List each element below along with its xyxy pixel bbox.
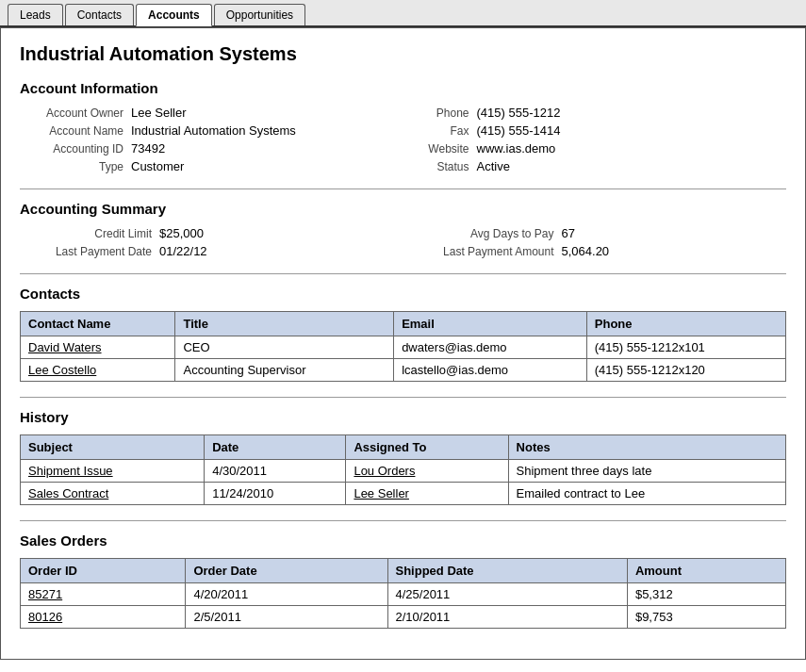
phone-row: Phone (415) 555-1212 xyxy=(403,106,787,120)
history-col-assigned: Assigned To xyxy=(346,435,508,460)
contact-phone-cell: (415) 555-1212x120 xyxy=(586,359,785,382)
credit-limit-row: Credit Limit $25,000 xyxy=(20,226,403,240)
tab-contacts[interactable]: Contacts xyxy=(65,4,134,25)
history-section: History Subject Date Assigned To Notes S… xyxy=(20,409,786,505)
account-name-row: Account Name Industrial Automation Syste… xyxy=(20,123,403,138)
contact-title-cell: Accounting Supervisor xyxy=(175,359,394,382)
status-value: Active xyxy=(477,159,510,173)
history-subject-cell[interactable]: Sales Contract xyxy=(21,483,205,505)
so-col-shipped-date: Shipped Date xyxy=(387,559,627,583)
tab-leads[interactable]: Leads xyxy=(8,4,63,25)
so-shipped-date-cell: 2/10/2011 xyxy=(387,606,627,629)
contact-name-cell[interactable]: David Waters xyxy=(21,336,175,359)
so-col-amount: Amount xyxy=(627,559,785,583)
history-col-date: Date xyxy=(205,435,346,460)
contact-title-cell: CEO xyxy=(175,336,394,359)
divider-1 xyxy=(20,188,786,189)
so-order-date-cell: 4/20/2011 xyxy=(186,583,387,606)
tab-opportunities[interactable]: Opportunities xyxy=(214,4,305,25)
tab-accounts[interactable]: Accounts xyxy=(136,4,212,26)
status-label: Status xyxy=(403,160,469,173)
sales-orders-header-row: Order ID Order Date Shipped Date Amount xyxy=(21,559,786,583)
history-date-cell: 4/30/2011 xyxy=(205,460,346,483)
summary-right: Avg Days to Pay 67 Last Payment Amount 5… xyxy=(403,226,787,258)
contact-email-cell: lcastello@ias.demo xyxy=(394,359,587,382)
contacts-col-name: Contact Name xyxy=(21,312,175,336)
contacts-header-row: Contact Name Title Email Phone xyxy=(21,312,786,336)
account-type-label: Type xyxy=(20,160,123,173)
history-date-cell: 11/24/2010 xyxy=(205,483,346,505)
account-info-right: Phone (415) 555-1212 Fax (415) 555-1414 … xyxy=(403,106,787,173)
avg-days-value: 67 xyxy=(562,226,575,240)
contact-name-cell[interactable]: Lee Costello xyxy=(21,359,175,382)
last-payment-amount-label: Last Payment Amount xyxy=(403,245,554,258)
account-info-section: Account Information Account Owner Lee Se… xyxy=(20,80,786,173)
history-table: Subject Date Assigned To Notes Shipment … xyxy=(20,434,786,505)
so-order-id-cell[interactable]: 85271 xyxy=(21,583,186,606)
divider-3 xyxy=(20,397,786,398)
account-type-value: Customer xyxy=(131,159,184,173)
history-subject-cell[interactable]: Shipment Issue xyxy=(21,460,205,483)
so-amount-cell: $5,312 xyxy=(627,583,785,606)
contacts-row: Lee Costello Accounting Supervisor lcast… xyxy=(21,359,786,382)
account-name-label: Account Name xyxy=(20,124,123,138)
credit-limit-value: $25,000 xyxy=(159,226,204,240)
contact-email-cell: dwaters@ias.demo xyxy=(394,336,587,359)
last-payment-amount-row: Last Payment Amount 5,064.20 xyxy=(403,244,787,258)
accounting-summary-grid: Credit Limit $25,000 Last Payment Date 0… xyxy=(20,226,786,258)
fax-row: Fax (415) 555-1414 xyxy=(403,123,787,138)
contacts-row: David Waters CEO dwaters@ias.demo (415) … xyxy=(21,336,786,359)
history-assigned-cell[interactable]: Lou Orders xyxy=(346,460,508,483)
so-amount-cell: $9,753 xyxy=(627,606,785,629)
contacts-table: Contact Name Title Email Phone David Wat… xyxy=(20,311,786,382)
phone-value: (415) 555-1212 xyxy=(477,106,561,120)
history-row: Sales Contract 11/24/2010 Lee Seller Ema… xyxy=(21,483,786,505)
sales-order-row: 85271 4/20/2011 4/25/2011 $5,312 xyxy=(21,583,786,606)
history-title: History xyxy=(20,409,786,425)
account-info-title: Account Information xyxy=(20,80,786,96)
account-type-row: Type Customer xyxy=(20,159,403,173)
page-title: Industrial Automation Systems xyxy=(20,43,786,65)
tab-bar: Leads Contacts Accounts Opportunities xyxy=(0,0,806,27)
divider-4 xyxy=(20,520,786,521)
history-notes-cell: Emailed contract to Lee xyxy=(508,483,785,505)
account-owner-value: Lee Seller xyxy=(131,106,187,120)
main-content: Industrial Automation Systems Account In… xyxy=(0,27,806,660)
accounting-id-label: Accounting ID xyxy=(20,142,123,156)
history-col-subject: Subject xyxy=(21,435,205,460)
history-header-row: Subject Date Assigned To Notes xyxy=(21,435,786,460)
contacts-section: Contacts Contact Name Title Email Phone … xyxy=(20,286,786,382)
history-row: Shipment Issue 4/30/2011 Lou Orders Ship… xyxy=(21,460,786,483)
phone-label: Phone xyxy=(403,107,469,120)
sales-orders-section: Sales Orders Order ID Order Date Shipped… xyxy=(20,533,786,629)
website-label: Website xyxy=(403,142,469,156)
account-info-grid: Account Owner Lee Seller Account Name In… xyxy=(20,106,786,173)
so-order-id-cell[interactable]: 80126 xyxy=(21,606,186,629)
so-order-date-cell: 2/5/2011 xyxy=(186,606,387,629)
last-payment-amount-value: 5,064.20 xyxy=(562,244,610,258)
history-assigned-cell[interactable]: Lee Seller xyxy=(346,483,508,505)
contacts-title: Contacts xyxy=(20,286,786,302)
account-info-left: Account Owner Lee Seller Account Name In… xyxy=(20,106,403,173)
website-row: Website www.ias.demo xyxy=(403,141,787,156)
so-col-order-id: Order ID xyxy=(21,559,186,583)
account-owner-label: Account Owner xyxy=(20,107,123,120)
accounting-id-value: 73492 xyxy=(131,141,165,156)
so-col-order-date: Order Date xyxy=(186,559,387,583)
history-notes-cell: Shipment three days late xyxy=(508,460,785,483)
summary-left: Credit Limit $25,000 Last Payment Date 0… xyxy=(20,226,403,258)
accounting-summary-section: Accounting Summary Credit Limit $25,000 … xyxy=(20,201,786,258)
history-col-notes: Notes xyxy=(508,435,785,460)
so-shipped-date-cell: 4/25/2011 xyxy=(387,583,627,606)
status-row: Status Active xyxy=(403,159,787,173)
sales-orders-title: Sales Orders xyxy=(20,533,786,549)
account-owner-row: Account Owner Lee Seller xyxy=(20,106,403,120)
avg-days-label: Avg Days to Pay xyxy=(403,227,554,240)
sales-order-row: 80126 2/5/2011 2/10/2011 $9,753 xyxy=(21,606,786,629)
accounting-id-row: Accounting ID 73492 xyxy=(20,141,403,156)
account-name-value: Industrial Automation Systems xyxy=(131,123,296,138)
contact-phone-cell: (415) 555-1212x101 xyxy=(586,336,785,359)
sales-orders-table: Order ID Order Date Shipped Date Amount … xyxy=(20,558,786,629)
accounting-summary-title: Accounting Summary xyxy=(20,201,786,217)
website-value: www.ias.demo xyxy=(477,141,556,156)
